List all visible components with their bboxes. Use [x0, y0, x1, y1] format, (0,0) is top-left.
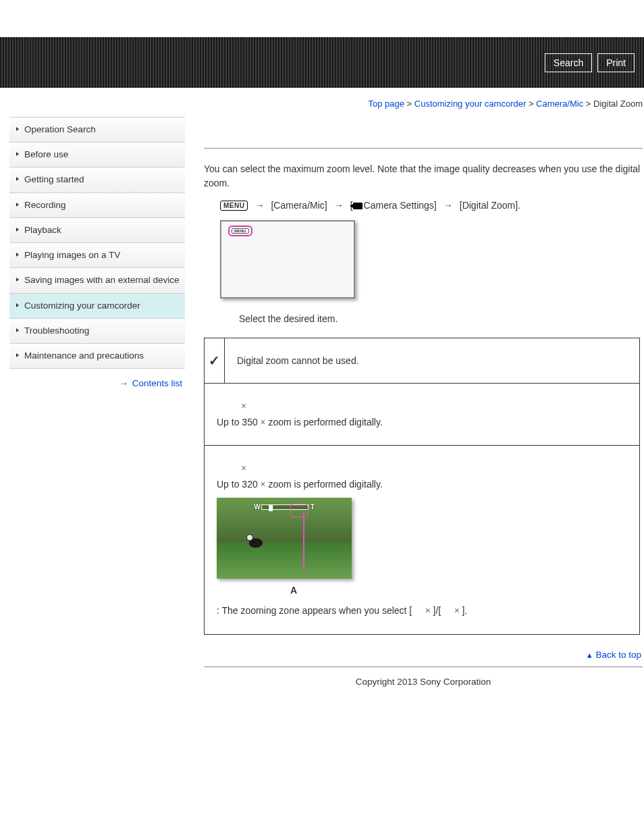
breadcrumb-camera-mic[interactable]: Camera/Mic: [536, 99, 583, 109]
times-icon: ×: [241, 463, 246, 473]
option-350x: × Up to 350 × zoom is performed digitall…: [205, 384, 640, 446]
breadcrumb-customizing[interactable]: Customizing your camcorder: [414, 99, 526, 109]
zoom-bar: [262, 504, 309, 510]
zoom-preview-image: W T: [217, 498, 352, 579]
camera-icon: [353, 203, 363, 209]
sidebar-item[interactable]: Playing images on a TV: [9, 243, 185, 268]
divider: [204, 148, 643, 149]
sidebar-item[interactable]: Troubleshooting: [9, 319, 185, 344]
select-instruction: Select the desired item.: [204, 298, 643, 334]
sidebar-item[interactable]: Customizing your camcorder: [9, 294, 185, 319]
table-row: × Up to 350 × zoom is performed digitall…: [205, 384, 640, 446]
intro-text: You can select the maximum zoom level. N…: [204, 162, 643, 190]
copyright-text: Copyright 2013 Sony Corporation: [204, 674, 643, 707]
table-row: × Up to 320 × zoom is performed digitall…: [205, 446, 640, 635]
arrow-right-icon: →: [444, 200, 453, 211]
option-320x: × Up to 320 × zoom is performed digitall…: [205, 446, 640, 635]
menu-path-seg: [Digital Zoom].: [460, 200, 520, 211]
sidebar-item[interactable]: Before use: [9, 142, 185, 167]
sidebar-item[interactable]: Maintenance and precautions: [9, 344, 185, 369]
menu-badge-icon: MENU: [220, 201, 248, 211]
lcd-screenshot: MENU: [220, 220, 355, 298]
a-label: A: [226, 583, 361, 598]
option-off: Digital zoom cannot be used.: [225, 338, 640, 384]
sidebar-item[interactable]: Saving images with an external device: [9, 268, 185, 293]
menu-path-seg: [Camera Settings]: [350, 200, 437, 211]
sidebar: Operation SearchBefore useGetting starte…: [9, 117, 185, 388]
times-icon: ×: [241, 401, 246, 411]
sidebar-item[interactable]: Playback: [9, 218, 185, 243]
divider: [204, 667, 643, 667]
arrow-right-icon: →: [334, 200, 344, 211]
options-table: ✓ Digital zoom cannot be used. × Up to 3…: [204, 338, 640, 635]
menu-badge-icon: MENU: [232, 228, 249, 234]
print-button[interactable]: Print: [597, 53, 635, 72]
table-row: ✓ Digital zoom cannot be used.: [205, 338, 640, 384]
check-icon: ✓: [209, 353, 220, 368]
contents-list-link[interactable]: Contents list: [132, 378, 182, 388]
zoom-zone-highlight: [291, 504, 308, 517]
main-content: You can select the maximum zoom level. N…: [185, 113, 644, 707]
sidebar-item[interactable]: Getting started: [9, 167, 185, 192]
zoom-w-label: W: [254, 502, 260, 513]
breadcrumb-top[interactable]: Top page: [368, 99, 404, 109]
menu-path: MENU → [Camera/Mic] → [Camera Settings] …: [204, 200, 643, 211]
sidebar-item[interactable]: Recording: [9, 193, 185, 218]
zoom-note: : The zooming zone appears when you sele…: [217, 603, 627, 619]
menu-highlight: MENU: [228, 226, 252, 236]
header-band: Search Print: [0, 37, 644, 88]
breadcrumb: Top page > Customizing your camcorder > …: [0, 88, 644, 109]
triangle-up-icon: ▲: [586, 651, 593, 659]
breadcrumb-current: Digital Zoom: [593, 99, 643, 109]
arrow-right-icon: →: [254, 200, 264, 211]
back-to-top-link[interactable]: Back to top: [595, 650, 641, 660]
arrow-right-icon: →: [119, 378, 128, 388]
sidebar-item[interactable]: Operation Search: [9, 118, 185, 142]
search-button[interactable]: Search: [545, 53, 592, 72]
menu-path-seg: [Camera/Mic]: [271, 200, 327, 211]
zoom-t-label: T: [311, 502, 315, 513]
